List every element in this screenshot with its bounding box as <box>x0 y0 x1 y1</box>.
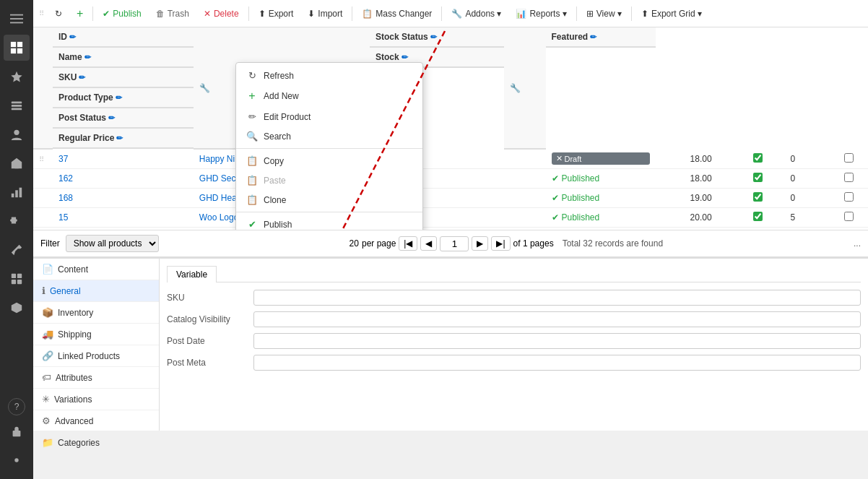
sidebar-star[interactable] <box>4 64 30 90</box>
inventory-label: Inventory <box>58 308 93 318</box>
addons-button[interactable]: 🔧Addons ▾ <box>445 5 508 22</box>
edit-price-icon[interactable]: ✏ <box>116 134 123 143</box>
field-catalog-label: Catalog Visibility <box>167 314 253 324</box>
delete-button[interactable]: ✕Delete <box>197 5 246 22</box>
svg-rect-4 <box>17 42 22 47</box>
tab-variable[interactable]: Variable <box>167 266 217 282</box>
sep5 <box>576 7 577 21</box>
col-id[interactable]: ID ✏ <box>53 27 194 48</box>
sidebar-chart[interactable] <box>4 179 30 205</box>
sidebar-tags[interactable] <box>4 266 30 292</box>
ctx-refresh-icon: ↻ <box>246 70 258 81</box>
col-product-type[interactable]: Product Type ✏ <box>53 88 194 108</box>
ctx-clone[interactable]: 📋Clone <box>236 190 422 210</box>
export-grid-button[interactable]: ⬆Export Grid ▾ <box>635 5 708 22</box>
first-page-btn[interactable]: |◀ <box>399 236 417 251</box>
featured-check[interactable] <box>844 173 854 182</box>
sidebar-puzzle[interactable] <box>4 208 30 234</box>
svg-rect-2 <box>10 22 23 24</box>
sidebar-user[interactable] <box>4 121 30 147</box>
svg-rect-15 <box>19 188 22 198</box>
col-sku[interactable]: SKU ✏ <box>53 68 194 88</box>
stock-status-check[interactable] <box>753 153 763 163</box>
variations-icon: ✳ <box>42 394 50 405</box>
featured-check[interactable] <box>844 192 854 202</box>
col-stock-status[interactable]: Stock Status ✏ <box>370 27 504 48</box>
edit-stock-status-icon[interactable]: ✏ <box>430 33 437 42</box>
col-stock-edit[interactable]: 🔧 <box>504 27 545 149</box>
sidebar-settings[interactable] <box>4 447 30 473</box>
reports-button[interactable]: 📊Reports ▾ <box>509 5 573 22</box>
panel-inventory[interactable]: 📦 Inventory <box>33 302 159 324</box>
refresh-button[interactable]: ↻ <box>48 5 69 22</box>
sidebar-products[interactable] <box>4 92 30 118</box>
publish-button[interactable]: ✔Publish <box>96 5 147 22</box>
stock-status-check[interactable] <box>753 173 763 182</box>
sidebar-box2[interactable] <box>4 295 30 321</box>
edit-status-icon[interactable]: ✏ <box>108 113 115 123</box>
import-button[interactable]: ⬇Import <box>301 5 349 22</box>
edit-featured-icon[interactable]: ✏ <box>590 33 596 42</box>
col-featured[interactable]: Featured ✏ <box>546 27 656 48</box>
featured-check[interactable] <box>844 212 854 221</box>
add-button[interactable]: + <box>70 4 90 24</box>
ctx-add-label: Add New <box>264 91 299 101</box>
ctx-add-new[interactable]: +Add New <box>236 85 422 107</box>
sidebar-tools[interactable] <box>4 237 30 263</box>
panel-variations[interactable]: ✳ Variations <box>33 389 159 410</box>
ctx-paste[interactable]: 📋Paste <box>236 171 422 190</box>
ctx-edit-label: Edit Product <box>264 112 311 122</box>
current-page-input[interactable] <box>440 236 469 251</box>
trash-button[interactable]: 🗑Trash <box>149 5 196 22</box>
field-postdate-input[interactable] <box>253 333 861 349</box>
sidebar-help[interactable]: ? <box>8 398 25 415</box>
edit-name-icon[interactable]: ✏ <box>84 53 91 62</box>
col-regular-price[interactable]: Regular Price ✏ <box>53 129 194 149</box>
panel-shipping[interactable]: 🚚 Shipping <box>33 324 159 345</box>
sidebar-lock[interactable] <box>4 418 30 444</box>
ctx-copy[interactable]: 📋Copy <box>236 151 422 171</box>
trash-icon: 🗑 <box>156 9 165 19</box>
ctx-edit-product[interactable]: ✏Edit Product <box>236 107 422 126</box>
field-postmeta-input[interactable] <box>253 355 861 371</box>
panel-attributes[interactable]: 🏷 Attributes <box>33 367 159 389</box>
prev-page-btn[interactable]: ◀ <box>420 236 437 251</box>
featured-check[interactable] <box>844 153 854 163</box>
last-page-btn[interactable]: ▶| <box>491 236 510 251</box>
table-row: 19 Premium Quality ✔ Published 20.00 0 <box>33 228 868 230</box>
field-sku-input[interactable] <box>253 290 861 306</box>
stock-status-check[interactable] <box>753 192 763 202</box>
svg-rect-6 <box>17 48 22 53</box>
panel-categories[interactable]: 📁 Categories <box>33 432 159 454</box>
col-name[interactable]: Name ✏ <box>53 48 194 68</box>
view-button[interactable]: ⊞View ▾ <box>580 5 628 22</box>
svg-rect-17 <box>17 274 22 278</box>
edit-icon[interactable]: ✏ <box>69 33 76 42</box>
ctx-search[interactable]: 🔍Search <box>236 126 422 146</box>
next-page-btn[interactable]: ▶ <box>472 236 488 251</box>
field-catalog-input[interactable] <box>253 311 861 327</box>
more-btn[interactable]: ... <box>854 238 861 249</box>
panel-advanced[interactable]: ⚙ Advanced <box>33 410 159 432</box>
edit-type-icon[interactable]: ✏ <box>116 93 122 103</box>
ctx-refresh[interactable]: ↻Refresh <box>236 66 422 85</box>
sidebar-store[interactable] <box>4 150 30 176</box>
svg-rect-8 <box>12 102 22 104</box>
sidebar-menu[interactable] <box>4 6 30 32</box>
sep6 <box>631 7 632 21</box>
filter-select[interactable]: Show all products <box>66 235 159 252</box>
advanced-icon: ⚙ <box>42 415 51 426</box>
linked-label: Linked Products <box>58 351 120 361</box>
sidebar-grid[interactable] <box>4 35 30 61</box>
panel-content[interactable]: 📄 Content <box>33 259 159 280</box>
stock-status-check[interactable] <box>753 212 763 221</box>
mass-changer-button[interactable]: 📋Mass Changer <box>355 5 438 22</box>
ctx-publish[interactable]: ✔Publish <box>236 215 422 230</box>
edit-stock-icon[interactable]: ✏ <box>402 53 408 62</box>
panel-linked-products[interactable]: 🔗 Linked Products <box>33 345 159 367</box>
export-button[interactable]: ⬆Export <box>252 5 300 22</box>
edit-sku-icon[interactable]: ✏ <box>79 73 85 82</box>
panel-general[interactable]: ℹ General <box>33 280 159 302</box>
ctx-clone-icon: 📋 <box>246 194 258 205</box>
col-post-status[interactable]: Post Status ✏ <box>53 108 194 129</box>
